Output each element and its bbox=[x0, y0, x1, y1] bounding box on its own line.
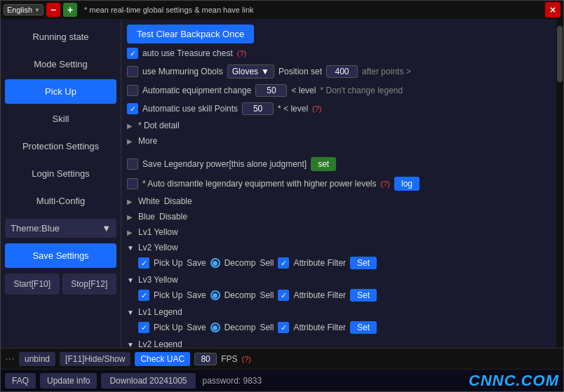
lv1-legend-set-button[interactable]: Set bbox=[350, 321, 377, 334]
murmuring-label: use Murmuring Obols bbox=[142, 67, 223, 76]
auto-dismantle-label: * Auto dismantle legendary equipment wit… bbox=[142, 179, 377, 189]
lv2-yellow-decomp-radio[interactable] bbox=[210, 258, 220, 268]
lv3-yellow-attr-checkbox[interactable] bbox=[278, 290, 289, 301]
dots-icon: ⋯ bbox=[5, 353, 15, 365]
test-clear-row: Test Clear Backpack Once bbox=[127, 25, 551, 43]
lv3-yellow-pickup-checkbox[interactable] bbox=[138, 290, 149, 301]
main-window: English ▼ − + * mean real-time global se… bbox=[0, 0, 564, 392]
lv3-yellow-loot-row: Pick Up Save Decomp Sell Attribute Filte… bbox=[127, 288, 551, 303]
log-button[interactable]: log bbox=[394, 177, 419, 191]
main-content: Test Clear Backpack Once auto use Treasu… bbox=[121, 19, 556, 348]
lv1-legend-attr-checkbox[interactable] bbox=[278, 322, 289, 333]
fps-input[interactable] bbox=[194, 353, 217, 365]
check-uac-button[interactable]: Check UAC bbox=[135, 352, 190, 366]
test-clear-button[interactable]: Test Clear Backpack Once bbox=[127, 25, 254, 43]
lv1-legend-expand[interactable]: ▼ bbox=[127, 309, 134, 316]
lv2-legend-label: Lv2 Legend bbox=[138, 339, 182, 348]
auto-dismantle-help[interactable]: (?) bbox=[381, 180, 390, 188]
sidebar-item-pick-up[interactable]: Pick Up bbox=[5, 79, 116, 104]
blue-row: ▶ Blue Disable bbox=[127, 210, 551, 223]
auto-treasure-checkbox[interactable] bbox=[127, 48, 138, 59]
scrollbar[interactable] bbox=[556, 19, 563, 348]
start-stop-group: Start[F10] Stop[F12] bbox=[5, 273, 116, 295]
lv3-yellow-sell-label: Sell bbox=[260, 290, 274, 300]
save-legendary-set-button[interactable]: set bbox=[311, 157, 336, 171]
lv1-legend-header: ▼ Lv1 Legend bbox=[127, 306, 551, 318]
more-expand[interactable]: ▶ bbox=[127, 137, 133, 145]
faq-button[interactable]: FAQ bbox=[5, 373, 36, 388]
lv2-yellow-set-button[interactable]: Set bbox=[350, 257, 377, 269]
lv3-yellow-label: Lv3 Yellow bbox=[138, 275, 178, 285]
auto-treasure-label: auto use Treasure chest bbox=[142, 48, 233, 58]
save-settings-button[interactable]: Save Settings bbox=[5, 243, 116, 268]
minus-button[interactable]: − bbox=[46, 3, 60, 17]
theme-selector[interactable]: Theme:Blue ▼ bbox=[5, 219, 116, 238]
hide-show-button[interactable]: [F11]Hide/Show bbox=[60, 352, 130, 366]
lv1-legend-pickup-label: Pick Up bbox=[154, 323, 182, 332]
dont-change-label: * Don't change legend bbox=[320, 86, 403, 95]
scrollbar-thumb[interactable] bbox=[557, 26, 563, 82]
lv2-yellow-attr-label: Attribute Filter bbox=[293, 258, 346, 268]
stop-button[interactable]: Stop[F12] bbox=[62, 273, 117, 295]
position-input[interactable] bbox=[326, 65, 358, 78]
skill-points-input[interactable] bbox=[242, 102, 274, 115]
sidebar-item-protection-settings[interactable]: Protection Settings bbox=[5, 134, 116, 158]
dot-detail-expand[interactable]: ▶ bbox=[127, 122, 133, 130]
fps-label: FPS bbox=[221, 354, 237, 364]
lv2-yellow-expand[interactable]: ▼ bbox=[127, 244, 134, 252]
update-button[interactable]: Update info bbox=[40, 373, 97, 388]
lv2-legend-section: ▼ Lv2 Legend Pick Up Save Decomp Sell At… bbox=[127, 338, 551, 348]
unbind-button[interactable]: unbind bbox=[19, 352, 55, 366]
plus-button[interactable]: + bbox=[63, 3, 77, 17]
lv3-yellow-attr-label: Attribute Filter bbox=[293, 290, 346, 300]
dot-detail-label: * Dot detail bbox=[138, 121, 180, 130]
lv2-yellow-save-label: Save bbox=[187, 258, 206, 268]
dot-detail-row: ▶ * Dot detail bbox=[127, 119, 551, 132]
lv2-yellow-section: ▼ Lv2 Yellow Pick Up Save Decomp Sell At… bbox=[127, 241, 551, 271]
gloves-select[interactable]: Gloves ▼ bbox=[227, 65, 274, 79]
sidebar-item-skill[interactable]: Skill bbox=[5, 107, 116, 131]
skill-points-help[interactable]: (?) bbox=[312, 104, 321, 113]
close-button[interactable]: × bbox=[545, 2, 560, 18]
lv1-legend-decomp-radio[interactable] bbox=[210, 323, 220, 332]
white-label: White bbox=[138, 196, 160, 206]
lv1-legend-save-label: Save bbox=[187, 323, 206, 332]
equip-change-checkbox[interactable] bbox=[127, 85, 138, 96]
sidebar-item-multi-config[interactable]: Multi-Config bbox=[5, 189, 116, 213]
sidebar-item-running-state[interactable]: Running state bbox=[5, 25, 116, 49]
lv3-yellow-set-button[interactable]: Set bbox=[350, 289, 377, 302]
theme-dropdown-icon: ▼ bbox=[102, 223, 111, 234]
murmuring-checkbox[interactable] bbox=[127, 66, 138, 77]
start-button[interactable]: Start[F10] bbox=[5, 273, 60, 295]
skill-points-checkbox[interactable] bbox=[127, 103, 138, 114]
password-text: password: 9833 bbox=[203, 376, 262, 386]
fps-help[interactable]: (?) bbox=[241, 355, 250, 363]
white-expand[interactable]: ▶ bbox=[127, 198, 133, 205]
body: Running state Mode Setting Pick Up Skill… bbox=[1, 19, 563, 348]
skill-points-label: Automatic use skill Points bbox=[142, 104, 238, 114]
lv3-yellow-decomp-label: Decomp bbox=[224, 290, 256, 300]
lv1-legend-pickup-checkbox[interactable] bbox=[138, 322, 149, 333]
lv2-yellow-pickup-checkbox[interactable] bbox=[138, 257, 149, 269]
auto-dismantle-checkbox[interactable] bbox=[127, 178, 138, 189]
murmuring-row: use Murmuring Obols Gloves ▼ Position se… bbox=[127, 63, 551, 80]
auto-treasure-help[interactable]: (?) bbox=[237, 49, 246, 58]
download-button[interactable]: Download 20241005 bbox=[101, 373, 195, 388]
lv3-yellow-save-label: Save bbox=[187, 290, 206, 300]
blue-expand[interactable]: ▶ bbox=[127, 213, 133, 221]
theme-label: Theme:Blue bbox=[11, 223, 60, 234]
lv2-legend-expand[interactable]: ▼ bbox=[127, 341, 134, 349]
sidebar: Running state Mode Setting Pick Up Skill… bbox=[1, 19, 121, 348]
equip-level-input[interactable] bbox=[255, 84, 287, 97]
language-selector[interactable]: English ▼ bbox=[4, 4, 43, 15]
cnnc-logo: CNNC.COM bbox=[469, 372, 559, 390]
lv1-legend-label: Lv1 Legend bbox=[138, 307, 182, 317]
sidebar-item-mode-setting[interactable]: Mode Setting bbox=[5, 52, 116, 76]
save-legendary-row: Save Legendary power[this alone judgment… bbox=[127, 156, 551, 173]
lv3-yellow-expand[interactable]: ▼ bbox=[127, 276, 134, 284]
sidebar-item-login-settings[interactable]: Login Settings bbox=[5, 161, 116, 186]
lv1-yellow-expand[interactable]: ▶ bbox=[127, 229, 133, 236]
save-legendary-checkbox[interactable] bbox=[127, 158, 138, 170]
lv3-yellow-decomp-radio[interactable] bbox=[210, 290, 220, 300]
lv2-yellow-attr-checkbox[interactable] bbox=[278, 257, 289, 269]
